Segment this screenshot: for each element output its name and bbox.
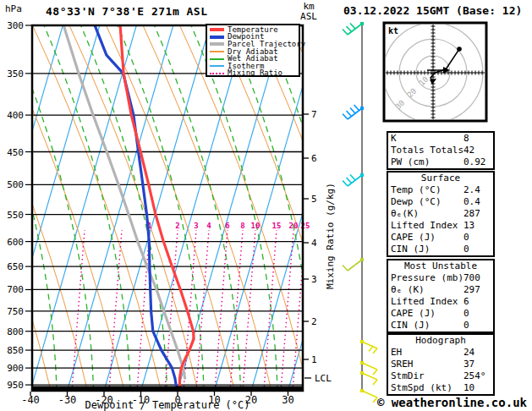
skewt-sounding-page: 1234681015202530035040045050055060065070… <box>0 0 532 411</box>
table-row-label: Lifted Index <box>391 220 463 232</box>
pressure-tick-label: 450 <box>7 147 24 158</box>
table-row: Lifted Index6 <box>388 296 493 308</box>
table-row-value: 700 <box>463 272 480 284</box>
table-row-value: 42 <box>463 145 474 156</box>
table-row-value: 0.92 <box>463 156 486 168</box>
table-row: Pressure (mb)700 <box>388 272 493 284</box>
legend-box: TemperatureDewpointParcel TrajectoryDry … <box>206 24 300 77</box>
altitude-unit-asl: ASL <box>294 12 323 22</box>
mixing-ratio-label: 3 <box>194 222 198 230</box>
table-row: StmDir254° <box>388 370 493 382</box>
table-row-value: 0 <box>463 320 469 332</box>
table-row-label: Temp (°C) <box>391 184 463 196</box>
pressure-tick-label: 350 <box>7 68 24 79</box>
pressure-tick-label: 300 <box>7 20 24 31</box>
mixing-ratio-label: 20 <box>289 222 299 230</box>
km-tick-label: 2 <box>311 316 317 327</box>
wind-barb <box>343 258 364 271</box>
table-row-value: 0 <box>463 244 469 255</box>
table-row-value: 10 <box>463 382 474 394</box>
table-row: CIN (J)0 <box>388 320 493 332</box>
table-row-value: 0 <box>463 308 469 320</box>
hodograph-trace-dot <box>457 47 462 52</box>
table-row-label: K <box>391 133 463 145</box>
table-row-label: PW (cm) <box>391 156 463 168</box>
table-row-label: Dewp (°C) <box>391 196 463 208</box>
indices-table: SurfaceTemp (°C)2.4Dewp (°C)0.4θₑ(K)287L… <box>387 171 495 257</box>
legend-line-swatch <box>210 58 224 60</box>
table-row-label: SREH <box>391 359 463 370</box>
table-row: SREH37 <box>388 359 493 370</box>
wind-barb <box>343 173 364 186</box>
table-row-label: Pressure (mb) <box>391 272 463 284</box>
table-row-value: 24 <box>463 347 474 359</box>
table-row: Lifted Index13 <box>388 220 493 232</box>
pressure-tick-label: 900 <box>7 363 24 374</box>
legend-line-swatch <box>210 36 224 39</box>
mixing-ratio-label: 15 <box>272 222 282 230</box>
legend-line-swatch <box>210 65 224 67</box>
table-row-value: 6 <box>463 296 469 308</box>
temp-tick-label: -30 <box>58 394 77 406</box>
mixing-ratio-label: 2 <box>175 222 179 230</box>
legend-line-swatch <box>210 51 224 52</box>
table-title: Hodograph <box>388 335 493 347</box>
table-row-label: CAPE (J) <box>391 232 463 244</box>
pressure-tick-label: 550 <box>7 210 24 221</box>
km-tick-label: 5 <box>311 194 317 205</box>
table-row: EH24 <box>388 347 493 359</box>
pressure-tick-label: 400 <box>7 110 24 121</box>
km-tick-label: 7 <box>311 109 317 120</box>
mixing-ratio-labels-group: 12346810152025 <box>147 222 310 230</box>
km-tick-label: 3 <box>311 274 317 285</box>
table-row: θₑ(K)287 <box>388 208 493 220</box>
legend-line-swatch <box>210 42 224 46</box>
pressure-tick-label: 650 <box>7 261 24 272</box>
pressure-tick-label: 500 <box>7 179 24 190</box>
pressure-tick-label: 800 <box>7 326 24 337</box>
wind-barb <box>360 389 377 403</box>
legend-line-swatch <box>210 73 224 74</box>
km-tick-label: 6 <box>311 153 317 164</box>
table-row: K8 <box>388 133 493 145</box>
legend-line-swatch <box>210 28 224 31</box>
indices-table: Most UnstablePressure (mb)700θₑ (K)297Li… <box>387 259 495 333</box>
pressure-tick-label: 950 <box>7 380 24 391</box>
temp-tick-label: 30 <box>282 394 293 406</box>
mixing-ratio-label: 10 <box>251 222 261 230</box>
hodograph-unit-label: kt <box>388 26 398 36</box>
lcl-label: LCL <box>315 373 332 384</box>
temp-axis-group: -40-30-20-100102030Dewpoint / Temperatur… <box>21 392 294 411</box>
table-row: CIN (J)0 <box>388 244 493 255</box>
table-row-value: 2.4 <box>463 184 480 196</box>
legend-item-label: Mixing Ratio <box>228 69 282 77</box>
table-row: CAPE (J)0 <box>388 308 493 320</box>
mixing-ratio-label: 8 <box>240 222 244 230</box>
wind-barb <box>343 22 364 35</box>
wind-barb <box>343 105 364 119</box>
table-row-label: Lifted Index <box>391 296 463 308</box>
table-row-label: CIN (J) <box>391 320 463 332</box>
station-title: 48°33'N 7°38'E 271m ASL <box>46 5 208 18</box>
table-row: Totals Totals42 <box>388 145 493 156</box>
indices-table: HodographEH24SREH37StmDir254°StmSpd (kt)… <box>387 333 495 396</box>
wind-barbs-group <box>343 22 377 403</box>
table-row: StmSpd (kt)10 <box>388 382 493 394</box>
table-row-value: 0.4 <box>463 196 480 208</box>
table-row: θₑ (K)297 <box>388 284 493 296</box>
pressure-tick-label: 600 <box>7 237 24 248</box>
table-row-label: CIN (J) <box>391 244 463 255</box>
km-tick-label: 1 <box>311 354 317 365</box>
mixing-ratio-label: 4 <box>206 222 211 230</box>
legend-item: Mixing Ratio <box>210 70 299 78</box>
table-row-label: θₑ(K) <box>391 208 463 220</box>
table-row-label: Totals Totals <box>391 145 463 156</box>
table-row: Temp (°C)2.4 <box>388 184 493 196</box>
datetime-title: 03.12.2022 15GMT (Base: 12) <box>343 4 522 17</box>
table-row: PW (cm)0.92 <box>388 156 493 168</box>
table-row-value: 0 <box>463 232 469 244</box>
table-row-value: 287 <box>463 208 480 220</box>
pressure-tick-label: 750 <box>7 306 24 317</box>
hodograph-panel: 102030kt <box>383 23 486 123</box>
table-row-value: 254° <box>463 370 486 382</box>
